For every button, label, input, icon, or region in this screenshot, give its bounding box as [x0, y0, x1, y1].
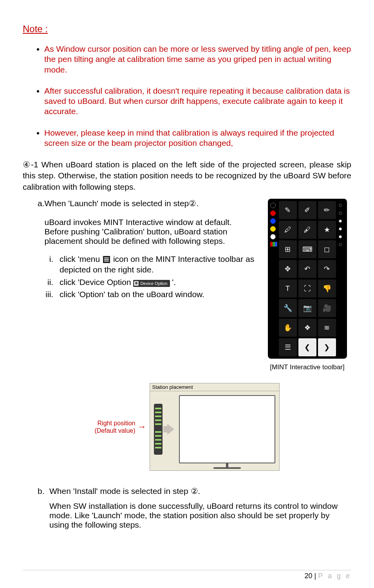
hand-icon: ✋ [279, 319, 297, 337]
panel-title: Station placement [150, 383, 279, 391]
color-dot-icon [270, 211, 276, 216]
note-item: However, please keep in mind that calibr… [44, 128, 351, 149]
keyboard-icon: ⌨ [298, 240, 316, 258]
device-option-button: Device Option [133, 280, 170, 287]
size-dot-icon [339, 220, 342, 223]
uboard-station-icon [154, 404, 163, 455]
page-footer: 20 | P a g e [23, 570, 351, 580]
size-dot-icon [339, 212, 342, 215]
step-a-label: a. [38, 199, 45, 246]
whiteboard-icon [179, 395, 275, 463]
brush-icon: 🖊 [279, 221, 297, 239]
pen-icon: ✎ [279, 201, 297, 219]
size-dot-icon [339, 235, 342, 238]
page-word: P a g e [318, 572, 351, 580]
substep-iii: click 'Option' tab on the uBoard window. [56, 289, 255, 299]
fullscreen-icon: ⛶ [298, 279, 316, 298]
camera-icon: 📷 [298, 299, 316, 317]
move-icon: ✥ [279, 260, 297, 278]
next-icon: ❯ [318, 338, 336, 356]
mint-toolbar: ✎ ✐ ✏ 🖊 🖋 ★ ⊞ ⌨ ◻ ✥ ↶ ↷ T ⛶ 👎 🔧 📷 🎥 ✋ ❖ [268, 199, 347, 359]
prev-icon: ❮ [298, 338, 316, 356]
note-item: As Window cursor position can be more or… [44, 44, 351, 75]
menu-icon [103, 256, 110, 263]
step-4-1: ④-1 When uBoard station is placed on the… [23, 159, 351, 192]
toolbar-grid: ✎ ✐ ✏ 🖊 🖋 ★ ⊞ ⌨ ◻ ✥ ↶ ↷ T ⛶ 👎 🔧 📷 🎥 ✋ ❖ [279, 201, 336, 356]
thumbs-icon: 👎 [318, 279, 336, 298]
color-dot-icon [270, 218, 276, 224]
pen-icon: ✏ [318, 201, 336, 219]
substep-i: click 'menu icon on the MINT Interactive… [56, 254, 255, 275]
step-4-1-body: When uBoard station is placed on the lef… [23, 160, 351, 191]
toolbar-caption: [MINT Interactive toolbar] [263, 363, 351, 371]
placement-arrow-icon [167, 424, 174, 435]
step-a-detail: uBoard invokes MINT Interactive window a… [45, 218, 255, 246]
windows-icon: ⊞ [279, 240, 297, 258]
marker-icon: 🖋 [298, 221, 316, 239]
size-dot-icon [339, 204, 342, 207]
step-b-body: When SW installation is done successfull… [38, 501, 351, 530]
gear-icon [134, 281, 139, 286]
color-dot-icon [270, 234, 276, 240]
video-icon: 🎥 [318, 299, 336, 317]
list-icon: ☰ [279, 338, 297, 356]
rgb-tail-icon [270, 242, 277, 247]
pen-icon: ✐ [298, 201, 316, 219]
station-placement-panel: Station placement [150, 383, 280, 471]
note-item: After successful calibration, it doesn't… [44, 86, 351, 117]
step-a-heading: When 'Launch' mode is selected in step②. [45, 199, 255, 208]
toolbar-left-dots [270, 201, 277, 356]
color-dot-icon [270, 226, 276, 232]
step-b-label: b. [38, 486, 49, 496]
undo-icon: ↶ [298, 260, 316, 278]
stop-icon: ◻ [318, 240, 336, 258]
redo-icon: ↷ [318, 260, 336, 278]
substep-ii: click 'Device Option Device Option '. [56, 277, 255, 287]
station-label: Right position (Default value) [94, 419, 135, 434]
wrench-icon: 🔧 [279, 299, 297, 317]
page-number: 20 [305, 572, 313, 580]
color-dot-icon [270, 203, 276, 208]
note-heading: Note : [23, 24, 351, 34]
highlighter-icon: ★ [318, 221, 336, 239]
stack-icon: ≋ [318, 319, 336, 337]
text-icon: T [279, 279, 297, 298]
right-arrow-icon: → [138, 422, 146, 432]
step-4-1-prefix: ④-1 [23, 160, 38, 169]
size-dot-icon [339, 227, 342, 230]
note-list: As Window cursor position can be more or… [23, 44, 351, 148]
layers-icon: ❖ [298, 319, 316, 337]
toolbar-right-dots [338, 201, 345, 356]
substeps-list: click 'menu icon on the MINT Interactive… [38, 254, 255, 299]
step-b-heading: When 'Install' mode is selected in step … [49, 486, 200, 496]
size-dot-icon [339, 243, 342, 246]
